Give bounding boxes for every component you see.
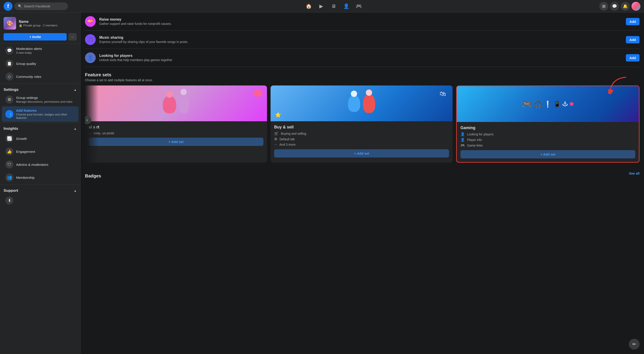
group-settings-icon: ⚙ bbox=[5, 96, 14, 104]
video-nav-button[interactable]: ▶ bbox=[316, 1, 326, 12]
sidebar-item-moderation-alerts[interactable]: 💬 Moderation alerts 0 new today bbox=[2, 44, 78, 57]
engagement-icon: 👍 bbox=[5, 147, 14, 156]
gaming-feature-3: 🎮 Game links bbox=[460, 143, 635, 147]
sidebar-item-membership[interactable]: 👥 Membership bbox=[2, 171, 78, 184]
membership-icon: 👥 bbox=[5, 173, 14, 181]
sidebar-item-admins-moderators[interactable]: 🛡 Admins & moderators bbox=[2, 158, 78, 171]
topnav-center-nav: 🏠 ▶ 🖥 👤 🎮 bbox=[303, 1, 364, 12]
buy-sell-feature-3: ··· And 3 more bbox=[274, 143, 449, 147]
gaming-card[interactable]: 🎮 🎧 ❕ 📱 🕹 ⬟ Gaming 👤 Looking for playe bbox=[456, 86, 640, 163]
looking-for-players-text: Looking for players Unlock tools that he… bbox=[99, 54, 622, 62]
music-sharing-icon: 🎵 bbox=[85, 34, 96, 45]
looking-for-players-icon: 👤 bbox=[85, 52, 96, 63]
more-features-icon: ··· bbox=[274, 143, 277, 147]
gaming-add-set-button[interactable]: + Add set bbox=[460, 150, 635, 158]
buy-sell-card-title: Buy & sell bbox=[274, 125, 449, 130]
gaming-body: Gaming 👤 Looking for players 👤 Player in… bbox=[457, 122, 639, 162]
more-button[interactable]: ··· bbox=[68, 33, 77, 41]
gaming-feature-2: 👤 Player info bbox=[460, 138, 635, 142]
looking-for-players-add-button[interactable]: Add bbox=[626, 54, 640, 62]
raise-money-text: Raise money Gather support and raise fun… bbox=[99, 18, 622, 26]
buy-sell-illustration: 🛍 ⭐ bbox=[270, 86, 452, 121]
buying-selling-icon: 🛒 bbox=[274, 131, 278, 136]
marketplace-nav-button[interactable]: 🖥 bbox=[328, 1, 339, 12]
sidebar-item-engagement[interactable]: 👍 Engagement bbox=[2, 145, 78, 158]
friends-nav-button[interactable]: 👤 bbox=[341, 1, 352, 12]
avatar[interactable] bbox=[632, 2, 640, 11]
anonymous-posts-icon: ··· bbox=[88, 131, 91, 135]
buy-sell-add-set-button[interactable]: + Add set bbox=[274, 149, 449, 158]
social-support-card[interactable]: al s rt ··· nony...us posts + Add set bbox=[85, 86, 267, 163]
sidebar-divider-4 bbox=[0, 185, 80, 185]
grid-menu-button[interactable]: ⊞ bbox=[599, 2, 608, 11]
add-features-icon: 👥 bbox=[5, 110, 14, 118]
support-chevron-icon[interactable]: ▲ bbox=[74, 189, 77, 192]
sidebar-item-support-partial[interactable]: ⬇ bbox=[2, 194, 78, 207]
admins-moderators-text: Admins & moderators bbox=[16, 163, 75, 166]
search-bar[interactable]: 🔍 bbox=[14, 3, 68, 10]
engagement-text: Engagement bbox=[16, 150, 75, 154]
main-layout: 🎨 Name 🔒 Private group · 2 members + Inv… bbox=[0, 13, 644, 354]
compose-button[interactable]: ✏ bbox=[629, 339, 640, 349]
feature-music-sharing: 🎵 Music sharing Express yourself by shar… bbox=[85, 31, 640, 49]
facebook-logo[interactable]: f bbox=[4, 2, 12, 11]
search-input[interactable] bbox=[24, 4, 64, 8]
badges-header: Badges See all bbox=[85, 168, 640, 179]
support-icon: ⬇ bbox=[5, 196, 14, 205]
sidebar-item-group-settings[interactable]: ⚙ Group settings Manage discussions, per… bbox=[2, 93, 78, 106]
home-nav-button[interactable]: 🏠 bbox=[303, 1, 314, 12]
gaming-card-title: Gaming bbox=[460, 126, 635, 130]
group-quality-text: Group quality bbox=[16, 62, 75, 66]
sidebar-item-growth[interactable]: 📈 Growth bbox=[2, 132, 78, 145]
buy-sell-body: Buy & sell 🛒 Buying and selling ⚙ Defaul… bbox=[270, 121, 452, 161]
see-all-badges-link[interactable]: See all bbox=[629, 171, 640, 175]
feature-looking-for-players: 👤 Looking for players Unlock tools that … bbox=[85, 49, 640, 67]
badges-title: Badges bbox=[85, 173, 101, 179]
raise-money-icon: 💝 bbox=[85, 16, 96, 27]
support-section-header: Support ▲ bbox=[0, 186, 80, 194]
gaming-nav-button[interactable]: 🎮 bbox=[353, 1, 364, 12]
player-info-icon: 👤 bbox=[460, 138, 465, 142]
looking-for-players-card-icon: 👤 bbox=[460, 132, 465, 136]
messenger-button[interactable]: 💬 bbox=[610, 2, 619, 11]
community-roles-text: Community roles bbox=[16, 75, 75, 79]
buy-sell-image: 🛍 ⭐ bbox=[270, 86, 452, 121]
sidebar-divider-1 bbox=[0, 43, 80, 44]
game-links-icon: 🎮 bbox=[460, 143, 465, 147]
feature-sets-title: Feature sets bbox=[85, 72, 640, 77]
music-sharing-add-button[interactable]: Add bbox=[626, 36, 640, 44]
feature-sets-container: ‹ bbox=[85, 86, 640, 163]
group-meta: 🔒 Private group · 2 members bbox=[19, 24, 58, 27]
sidebar: 🎨 Name 🔒 Private group · 2 members + Inv… bbox=[0, 13, 80, 354]
settings-chevron-icon[interactable]: ▲ bbox=[74, 88, 77, 92]
feature-raise-money: 💝 Raise money Gather support and raise f… bbox=[85, 13, 640, 31]
topnav-right-actions: ⊞ 💬 🔔 bbox=[599, 2, 640, 11]
group-quality-icon: 📋 bbox=[5, 60, 14, 68]
social-support-add-set-button[interactable]: + Add set bbox=[88, 138, 264, 146]
default-tab-icon: ⚙ bbox=[274, 137, 277, 141]
social-support-image bbox=[85, 86, 267, 121]
sidebar-item-community-roles[interactable]: ◇ Community roles bbox=[2, 70, 78, 83]
social-support-feature-1: ··· nony...us posts bbox=[88, 131, 264, 135]
feature-sets-subtitle: Choose a set to add multiple features al… bbox=[85, 78, 640, 82]
main-content: 💝 Raise money Gather support and raise f… bbox=[80, 13, 644, 354]
buy-sell-card[interactable]: 🛍 ⭐ Buy & sell 🛒 Buying and selling ⚙ De… bbox=[270, 86, 452, 163]
settings-section-header: Settings ▲ bbox=[0, 85, 80, 93]
raise-money-add-button[interactable]: Add bbox=[626, 18, 640, 25]
social-support-illustration bbox=[85, 86, 267, 121]
gaming-image: 🎮 🎧 ❕ 📱 🕹 ⬟ bbox=[457, 86, 639, 122]
sidebar-item-group-quality[interactable]: 📋 Group quality bbox=[2, 57, 78, 70]
search-icon: 🔍 bbox=[18, 4, 22, 8]
group-header: 🎨 Name 🔒 Private group · 2 members bbox=[0, 15, 80, 31]
insights-chevron-icon[interactable]: ▲ bbox=[74, 127, 77, 130]
growth-icon: 📈 bbox=[5, 135, 14, 143]
notifications-button[interactable]: 🔔 bbox=[621, 2, 630, 11]
sidebar-divider-3 bbox=[0, 123, 80, 123]
group-actions: + Invite ··· bbox=[0, 31, 80, 42]
buy-sell-feature-2: ⚙ Default tab bbox=[274, 137, 449, 141]
group-settings-text: Group settings Manage discussions, permi… bbox=[16, 96, 75, 103]
community-roles-icon: ◇ bbox=[5, 73, 14, 81]
lock-icon: 🔒 bbox=[19, 24, 22, 27]
sidebar-item-add-features[interactable]: 👥 Add features Choose post formats, badg… bbox=[2, 106, 78, 122]
invite-button[interactable]: + Invite bbox=[4, 33, 67, 41]
